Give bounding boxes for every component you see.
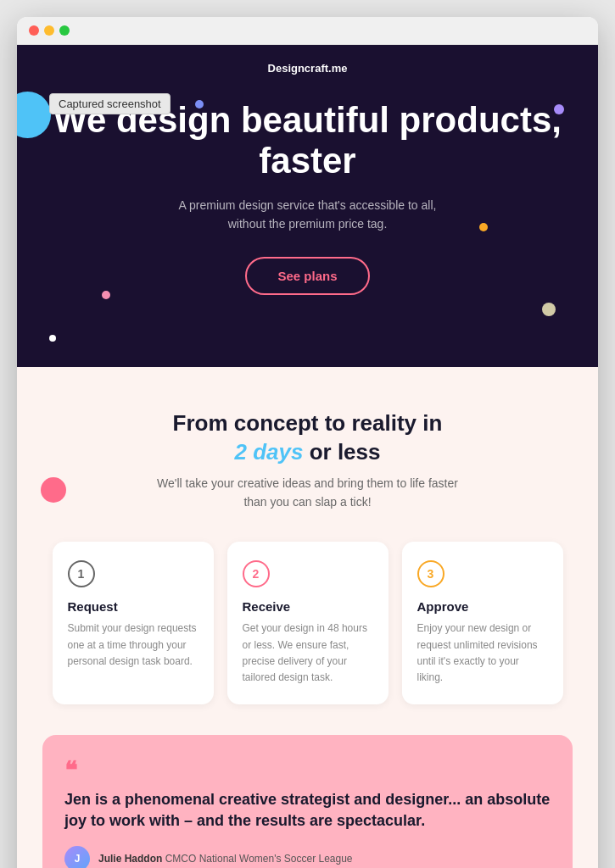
step-card-1: 1 Request Submit your design requests on… [53,542,214,704]
step-desc-3: Enjoy your new design or request unlimit… [417,620,548,686]
step-card-3: 3 Approve Enjoy your new design or reque… [402,542,563,704]
decorative-circle-blue [17,92,51,138]
browser-window: Captured screenshot Designcraft.me We de… [17,17,598,868]
browser-dot-green[interactable] [59,25,70,36]
browser-dot-yellow[interactable] [44,25,54,36]
decorative-circle-cream [542,303,556,316]
decorative-circle-coral [41,477,66,503]
step-title-2: Receive [243,599,373,614]
decorative-circle-pink [102,291,110,299]
steps-row: 1 Request Submit your design requests on… [42,542,573,704]
decorative-circle-white [49,335,56,342]
concept-title: From concept to reality in 2 days or les… [42,409,573,467]
step-desc-1: Submit your design requests one at a tim… [68,620,198,670]
testimonial-author: J Julie Haddon CMCO National Women's Soc… [64,846,551,869]
testimonial-card: ❝ Jen is a phenomenal creative strategis… [42,735,573,868]
quote-mark-icon: ❝ [64,759,551,782]
decorative-circle-indigo [195,100,204,108]
step-number-1: 1 [68,560,95,587]
decorative-circle-purple [554,104,564,114]
author-role: CMCO National Women's Soccer League [165,853,353,865]
step-number-2: 2 [243,560,270,587]
testimonial-text: Jen is a phenomenal creative strategist … [64,789,551,832]
step-title-1: Request [68,599,198,614]
highlight-text: 2 days [234,439,303,465]
decorative-circle-yellow [479,223,488,231]
screenshot-badge: Captured screenshot [49,93,171,114]
step-title-3: Approve [417,599,548,614]
content-section: From concept to reality in 2 days or les… [17,367,598,868]
browser-dot-red[interactable] [29,25,39,36]
browser-bar [17,17,598,45]
step-card-2: 2 Receive Get your design in 48 hours or… [227,542,389,704]
step-number-3: 3 [417,560,444,587]
hero-logo: Designcraft.me [51,62,564,75]
step-desc-2: Get your design in 48 hours or less. We … [243,620,373,686]
author-info: Julie Haddon CMCO National Women's Socce… [98,853,353,865]
see-plans-button[interactable]: See plans [245,257,369,295]
concept-subtitle: We'll take your creative ideas and bring… [42,474,573,512]
author-name: Julie Haddon [98,853,162,865]
author-avatar: J [64,846,90,869]
page-wrapper: Captured screenshot Designcraft.me We de… [17,45,598,868]
